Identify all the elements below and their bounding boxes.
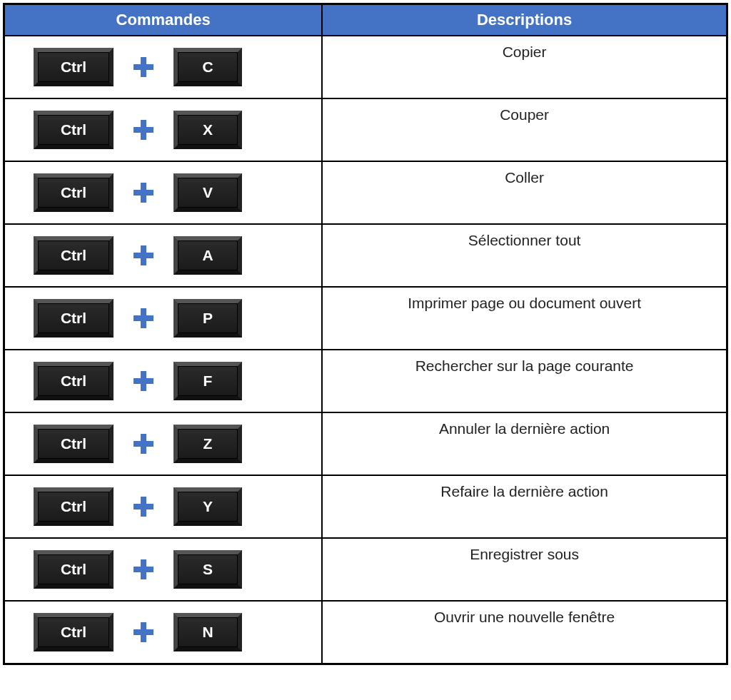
- shortcut-combo: Ctrl F: [16, 359, 310, 403]
- shortcut-combo: Ctrl N: [16, 610, 310, 654]
- table-row: Ctrl A Sélectionner tout: [4, 224, 727, 287]
- table-row: Ctrl P Imprimer page ou document ouvert: [4, 287, 727, 350]
- plus-icon: [132, 621, 155, 644]
- key-letter: A: [173, 236, 242, 275]
- key-ctrl: Ctrl: [34, 613, 114, 651]
- plus-icon: [132, 495, 155, 518]
- plus-icon: [132, 56, 155, 78]
- svg-rect-5: [133, 190, 153, 196]
- shortcut-combo: Ctrl Y: [16, 485, 310, 529]
- shortcut-description: Imprimer page ou document ouvert: [322, 287, 727, 350]
- svg-rect-9: [133, 315, 153, 321]
- key-ctrl: Ctrl: [34, 236, 114, 275]
- plus-icon: [132, 307, 155, 330]
- svg-rect-3: [133, 127, 153, 133]
- key-ctrl: Ctrl: [34, 362, 114, 400]
- key-ctrl: Ctrl: [34, 173, 114, 212]
- key-letter: Z: [173, 425, 242, 463]
- table-row: Ctrl F Rechercher sur la page courante: [4, 350, 727, 412]
- svg-rect-19: [133, 629, 153, 635]
- shortcut-description: Annuler la dernière action: [322, 412, 727, 475]
- shortcut-combo: Ctrl C: [16, 45, 310, 89]
- key-letter: N: [173, 613, 242, 651]
- table-row: Ctrl N Ouvrir une nouvelle fenêtre: [4, 601, 727, 664]
- shortcut-combo: Ctrl P: [16, 296, 310, 340]
- svg-rect-13: [133, 441, 153, 447]
- svg-rect-1: [133, 64, 153, 70]
- shortcut-table: Commandes Descriptions Ctrl C Copier Ctr…: [3, 3, 728, 665]
- shortcut-description: Ouvrir une nouvelle fenêtre: [322, 601, 727, 664]
- plus-icon: [132, 558, 155, 581]
- key-ctrl: Ctrl: [34, 48, 114, 86]
- key-letter: C: [173, 48, 242, 86]
- shortcut-description: Refaire la dernière action: [322, 475, 727, 538]
- key-ctrl: Ctrl: [34, 487, 114, 526]
- shortcut-combo: Ctrl X: [16, 108, 310, 152]
- svg-rect-11: [133, 378, 153, 384]
- shortcut-description: Coller: [322, 161, 727, 224]
- table-row: Ctrl Z Annuler la dernière action: [4, 412, 727, 475]
- key-ctrl: Ctrl: [34, 425, 114, 463]
- shortcut-description: Enregistrer sous: [322, 538, 727, 601]
- plus-icon: [132, 181, 155, 204]
- svg-rect-17: [133, 567, 153, 572]
- shortcut-combo: Ctrl Z: [16, 422, 310, 466]
- header-descriptions: Descriptions: [322, 4, 727, 36]
- plus-icon: [132, 244, 155, 267]
- plus-icon: [132, 118, 155, 141]
- shortcut-description: Couper: [322, 98, 727, 161]
- key-ctrl: Ctrl: [34, 111, 114, 149]
- header-commands: Commandes: [4, 4, 323, 36]
- key-ctrl: Ctrl: [34, 550, 114, 589]
- table-row: Ctrl X Couper: [4, 98, 727, 161]
- shortcut-combo: Ctrl V: [16, 171, 310, 215]
- shortcut-combo: Ctrl S: [16, 547, 310, 592]
- key-letter: S: [173, 550, 242, 589]
- svg-rect-7: [133, 253, 153, 258]
- key-ctrl: Ctrl: [34, 299, 114, 338]
- shortcut-combo: Ctrl A: [16, 233, 310, 278]
- shortcut-description: Copier: [322, 36, 727, 98]
- key-letter: Y: [173, 487, 242, 526]
- table-row: Ctrl S Enregistrer sous: [4, 538, 727, 601]
- table-row: Ctrl Y Refaire la dernière action: [4, 475, 727, 538]
- shortcut-description: Rechercher sur la page courante: [322, 350, 727, 412]
- svg-rect-15: [133, 504, 153, 509]
- plus-icon: [132, 370, 155, 392]
- table-row: Ctrl V Coller: [4, 161, 727, 224]
- plus-icon: [132, 432, 155, 455]
- key-letter: F: [173, 362, 242, 400]
- key-letter: V: [173, 173, 242, 212]
- table-row: Ctrl C Copier: [4, 36, 727, 98]
- shortcut-description: Sélectionner tout: [322, 224, 727, 287]
- key-letter: P: [173, 299, 242, 338]
- key-letter: X: [173, 111, 242, 149]
